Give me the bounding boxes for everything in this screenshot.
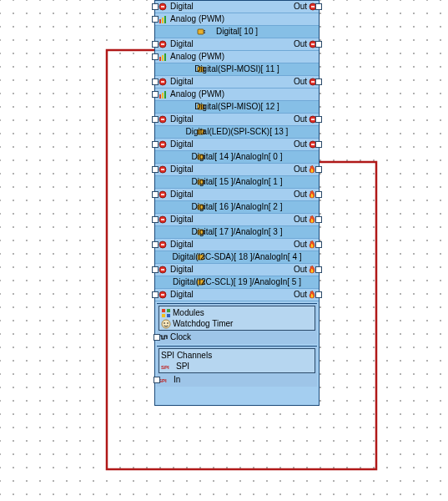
out-label: Out xyxy=(294,264,307,276)
digital-row[interactable]: DigitalOut xyxy=(155,214,319,226)
clock-row[interactable]: Clock xyxy=(159,331,315,342)
pin-left[interactable] xyxy=(152,216,159,223)
digital-row[interactable]: DigitalOut xyxy=(155,76,319,89)
pin-right[interactable] xyxy=(315,241,322,248)
digital-label: Digital xyxy=(170,264,194,276)
pin-header[interactable]: Digital[ 16 ]/AnalogIn[ 2 ] xyxy=(155,201,319,214)
digital-label: Digital xyxy=(170,189,194,200)
pin-right[interactable] xyxy=(315,141,322,148)
in-icon xyxy=(159,3,167,11)
svg-rect-1 xyxy=(161,6,164,8)
clock-label: Clock xyxy=(170,332,191,342)
pin-header[interactable]: Digital(LED)(SPI-SCK)[ 13 ] xyxy=(155,126,319,139)
pin-header[interactable]: Digital[ 14 ]/AnalogIn[ 0 ] xyxy=(155,151,319,164)
pin-left[interactable] xyxy=(152,166,159,173)
pin-left[interactable] xyxy=(152,291,159,298)
svg-rect-5 xyxy=(162,18,164,23)
out-label: Out xyxy=(294,139,307,150)
pin-left[interactable] xyxy=(152,241,159,248)
spi-icon: SPI xyxy=(159,375,172,385)
spi-box[interactable]: SPI ChannelsSPISPI xyxy=(159,348,315,373)
digital-row[interactable]: DigitalOut xyxy=(155,239,319,251)
in-label: In xyxy=(174,375,180,384)
svg-point-76 xyxy=(164,323,165,325)
pin-header[interactable]: Digital(SPI-MOSI)[ 11 ] xyxy=(155,63,319,76)
pin-right[interactable] xyxy=(315,78,322,85)
header-label: Digital[ 14 ]/AnalogIn[ 0 ] xyxy=(155,151,319,163)
analog-row[interactable]: Analog (PWM) xyxy=(155,89,319,101)
pin-right[interactable] xyxy=(315,116,322,123)
header-label: Digital(SPI-MISO)[ 12 ] xyxy=(155,101,319,113)
digital-row[interactable]: DigitalOut xyxy=(155,139,319,151)
out-label: Out xyxy=(294,114,307,125)
spi-in-row[interactable]: SPIIn xyxy=(159,374,315,385)
digital-row[interactable]: DigitalOut xyxy=(155,189,319,201)
digital-row[interactable]: DigitalOut xyxy=(155,289,319,301)
pin-header[interactable]: Digital[ 10 ] xyxy=(155,26,319,38)
pin-header[interactable]: Digital(I2C-SDA)[ 18 ]/AnalogIn[ 4 ] xyxy=(155,251,319,264)
pin-left[interactable] xyxy=(152,116,159,123)
digital-row[interactable]: DigitalOut xyxy=(155,164,319,176)
node-panel[interactable]: DigitalOutAnalog (PWM)Digital[ 10 ]Digit… xyxy=(154,0,320,406)
in-icon xyxy=(159,140,167,149)
svg-rect-73 xyxy=(162,314,165,317)
header-label: Digital[ 15 ]/AnalogIn[ 1 ] xyxy=(155,176,319,188)
svg-rect-71 xyxy=(162,309,165,312)
out-label: Out xyxy=(294,239,307,250)
header-label: Digital(LED)(SPI-SCK)[ 13 ] xyxy=(155,126,319,138)
header-label: Digital(I2C-SDA)[ 18 ]/AnalogIn[ 4 ] xyxy=(155,251,319,263)
pin-left[interactable] xyxy=(152,16,159,23)
module-item[interactable]: Watchdog Timer xyxy=(161,318,313,329)
svg-point-75 xyxy=(162,320,170,328)
pin-left[interactable] xyxy=(152,266,159,273)
svg-rect-24 xyxy=(159,94,161,99)
digital-row[interactable]: DigitalOut xyxy=(155,38,319,51)
out-label: Out xyxy=(294,38,307,50)
pin-left[interactable] xyxy=(152,3,159,10)
digital-row[interactable]: DigitalOut xyxy=(155,264,319,276)
pin-left[interactable] xyxy=(154,377,160,383)
bars-icon xyxy=(159,89,169,99)
pin-header[interactable]: Digital(SPI-MISO)[ 12 ] xyxy=(155,101,319,114)
header-label: Digital(SPI-MOSI)[ 11 ] xyxy=(155,63,319,75)
pin-header[interactable]: Digital(I2C-SCL)[ 19 ]/AnalogIn[ 5 ] xyxy=(155,276,319,289)
pin-header[interactable]: Digital[ 15 ]/AnalogIn[ 1 ] xyxy=(155,176,319,189)
pin-left[interactable] xyxy=(152,141,159,148)
spi-item[interactable]: SPISPI xyxy=(161,361,313,372)
pin-right[interactable] xyxy=(315,41,322,48)
pin-left[interactable] xyxy=(152,191,159,198)
pin-right[interactable] xyxy=(315,3,322,10)
digital-row[interactable]: DigitalOut xyxy=(155,114,319,126)
digital-label: Digital xyxy=(170,1,194,13)
digital-label: Digital xyxy=(170,164,194,175)
pin-left[interactable] xyxy=(152,91,159,98)
svg-rect-74 xyxy=(167,314,170,317)
in-icon xyxy=(159,190,167,199)
svg-rect-31 xyxy=(161,119,164,120)
svg-rect-6 xyxy=(164,16,166,23)
modules-box[interactable]: ModulesWatchdog Timer xyxy=(159,306,315,331)
pin-right[interactable] xyxy=(315,166,322,173)
analog-row[interactable]: Analog (PWM) xyxy=(155,13,319,26)
digital-label: Digital xyxy=(170,38,194,50)
analog-label: Analog (PWM) xyxy=(170,51,224,63)
pin-header[interactable]: Digital[ 17 ]/AnalogIn[ 3 ] xyxy=(155,226,319,239)
svg-rect-55 xyxy=(161,219,164,220)
pin-right[interactable] xyxy=(315,266,322,273)
module-icon xyxy=(161,308,171,318)
pin-left[interactable] xyxy=(152,41,159,48)
svg-rect-70 xyxy=(161,294,164,296)
digital-row[interactable]: DigitalOut xyxy=(155,1,319,13)
svg-rect-3 xyxy=(311,6,315,8)
analog-label: Analog (PWM) xyxy=(170,13,224,25)
module-item[interactable]: Modules xyxy=(161,307,313,318)
analog-row[interactable]: Analog (PWM) xyxy=(155,51,319,63)
pin-left[interactable] xyxy=(152,53,159,60)
svg-rect-4 xyxy=(159,19,161,23)
pin-right[interactable] xyxy=(315,216,322,223)
pin-left[interactable] xyxy=(154,334,160,341)
pin-right[interactable] xyxy=(315,291,322,298)
svg-rect-40 xyxy=(311,144,315,145)
pin-right[interactable] xyxy=(315,191,322,198)
pin-left[interactable] xyxy=(152,78,159,85)
